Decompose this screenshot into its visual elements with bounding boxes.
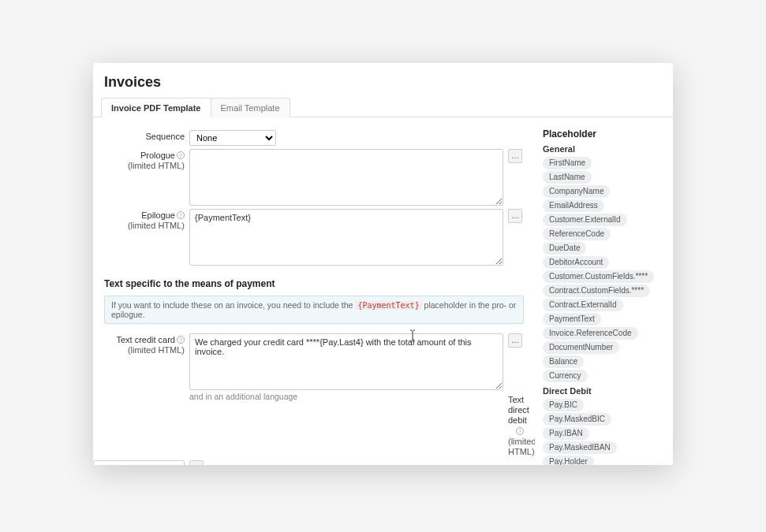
tab-invoice-pdf-template[interactable]: Invoice PDF Template	[101, 98, 211, 117]
placeholder-chip[interactable]: PaymentText	[543, 313, 601, 326]
placeholder-chip[interactable]: Pay.Holder	[543, 456, 594, 465]
prologue-label: Prologue? (limited HTML)	[93, 149, 185, 206]
placeholder-sidebar: Placeholder GeneralFirstNameLastNameComp…	[535, 117, 673, 465]
settings-window: Invoices Invoice PDF Template Email Temp…	[93, 63, 673, 465]
info-icon[interactable]: ?	[177, 151, 185, 159]
placeholder-chip[interactable]: Currency	[543, 370, 588, 382]
epilogue-textarea[interactable]	[189, 209, 503, 266]
prologue-expand-button[interactable]: …	[508, 149, 522, 163]
placeholder-chip[interactable]: CompanyName	[543, 185, 610, 198]
placeholder-title: Placeholder	[543, 128, 662, 140]
payment-text-note: If you want to include these on an invoi…	[104, 296, 524, 324]
direct-debit-text-textarea[interactable]	[93, 460, 185, 465]
placeholder-chip[interactable]: EmailAddress	[543, 199, 604, 212]
placeholder-chip[interactable]: Customer.CustomFields.****	[543, 270, 654, 283]
sequence-select[interactable]: None	[189, 130, 276, 146]
prologue-textarea[interactable]	[189, 149, 503, 206]
placeholder-chip[interactable]: Pay.IBAN	[543, 427, 589, 440]
direct-debit-expand-button[interactable]: …	[189, 460, 204, 465]
credit-card-expand-button[interactable]: …	[508, 333, 522, 348]
placeholder-group-title: Direct Debit	[543, 386, 662, 396]
info-icon[interactable]: ?	[177, 336, 185, 344]
placeholder-chip[interactable]: Balance	[543, 355, 584, 368]
placeholder-chip[interactable]: Invoice.ReferenceCode	[543, 327, 638, 340]
epilogue-expand-button[interactable]: …	[508, 209, 522, 223]
epilogue-label: Epilogue? (limited HTML)	[93, 209, 185, 266]
placeholder-chip[interactable]: LastName	[543, 171, 592, 184]
credit-card-text-label: Text credit card? (limited HTML)	[93, 333, 185, 390]
placeholder-chip[interactable]: Pay.MaskedIBAN	[543, 441, 617, 454]
placeholder-chip[interactable]: Contract.CustomFields.****	[543, 285, 650, 297]
payment-text-section-title: Text specific to the means of payment	[93, 269, 524, 292]
credit-card-additional-language[interactable]: and in an additional language	[189, 392, 503, 452]
placeholder-chip[interactable]: Pay.BIC	[543, 399, 584, 411]
placeholder-chip[interactable]: DueDate	[543, 242, 586, 255]
sequence-label: Sequence	[93, 130, 185, 146]
tab-bar: Invoice PDF Template Email Template	[93, 97, 673, 117]
placeholder-chip[interactable]: DebitorAccount	[543, 256, 609, 269]
form-column: Sequence None Prologue? (limited HTML) ……	[93, 117, 535, 465]
info-icon[interactable]: ?	[516, 427, 524, 435]
info-icon[interactable]: ?	[177, 211, 185, 219]
placeholder-chip[interactable]: Contract.ExternalId	[543, 299, 623, 311]
tab-email-template[interactable]: Email Template	[211, 98, 290, 117]
direct-debit-text-label: Text direct debit? (limited HTML)	[508, 393, 524, 457]
placeholder-chip[interactable]: Pay.MaskedBIC	[543, 413, 611, 426]
placeholder-group-title: General	[543, 144, 662, 154]
placeholder-chip[interactable]: FirstName	[543, 157, 592, 169]
placeholder-chip[interactable]: ReferenceCode	[543, 228, 611, 240]
placeholder-chip[interactable]: DocumentNumber	[543, 341, 619, 354]
credit-card-text-textarea[interactable]	[189, 333, 503, 390]
page-title: Invoices	[93, 63, 673, 97]
content-row: Sequence None Prologue? (limited HTML) ……	[93, 117, 673, 465]
placeholder-chip[interactable]: Customer.ExternalId	[543, 214, 627, 226]
